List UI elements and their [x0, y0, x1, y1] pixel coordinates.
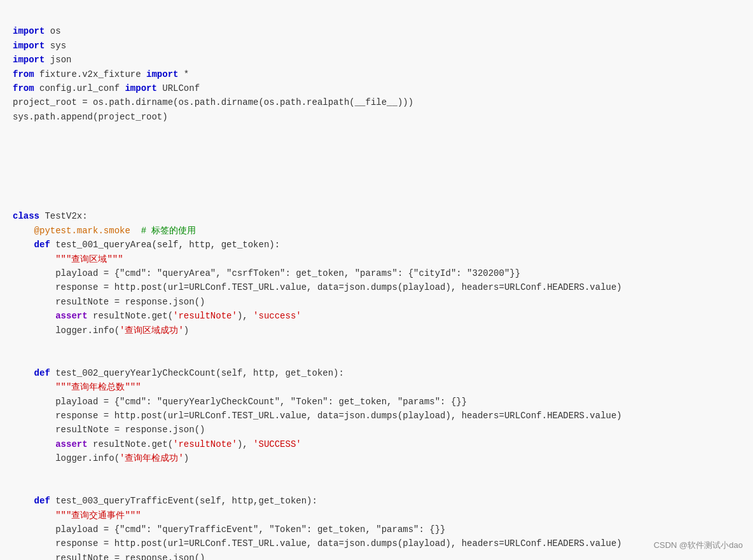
code-block: import os import sys import json from fi…: [13, 10, 740, 560]
code-container: import os import sys import json from fi…: [0, 0, 753, 560]
watermark: CSDN @软件测试小dao: [654, 539, 743, 552]
